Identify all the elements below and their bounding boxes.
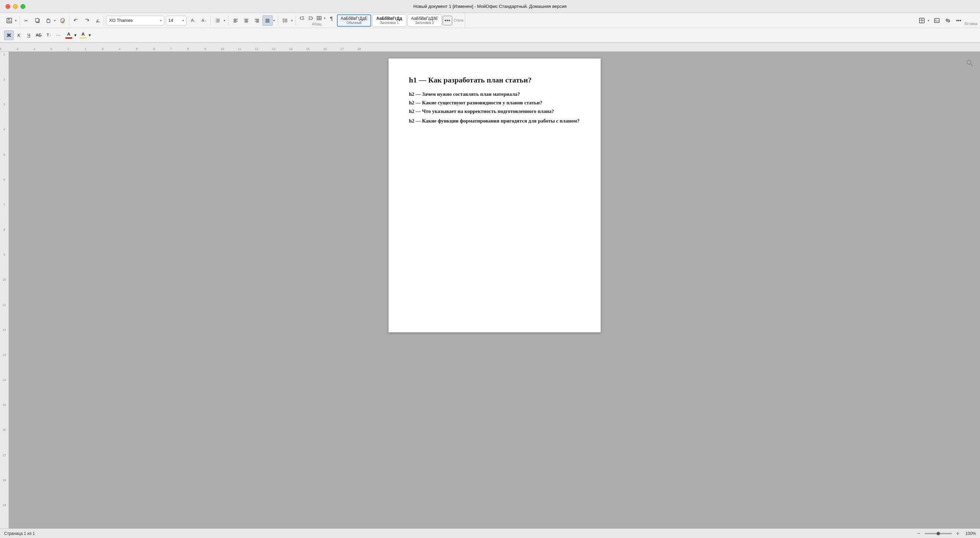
italic-button[interactable]: К bbox=[14, 30, 24, 40]
svg-rect-2 bbox=[8, 21, 11, 22]
align-justify-button[interactable] bbox=[262, 15, 273, 26]
document-heading2-2[interactable]: h2 — Какие существуют разновидности у пл… bbox=[409, 100, 580, 106]
save-caret-button[interactable]: ▾ bbox=[13, 15, 18, 26]
strikethrough-button[interactable]: АБ bbox=[34, 30, 43, 40]
insert-more-button[interactable]: ••• bbox=[954, 15, 964, 26]
zoom-out-button[interactable]: − bbox=[916, 530, 922, 536]
security-button[interactable]: 🔒 bbox=[57, 15, 68, 26]
svg-text:✂: ✂ bbox=[24, 18, 28, 23]
ruler-mark-v: 11 bbox=[2, 303, 6, 329]
style-heading1[interactable]: АаБбВвГгДд Заголовок 1 bbox=[372, 14, 406, 27]
redo-button[interactable] bbox=[82, 15, 92, 26]
ruler-mark-v: 16 bbox=[2, 428, 6, 453]
highlight-color-bar bbox=[80, 37, 86, 39]
ruler-mark-v: 1 bbox=[3, 53, 5, 78]
ruler-mark-v: 17 bbox=[2, 454, 6, 479]
ruler-mark: 14 bbox=[289, 47, 293, 51]
bold-button[interactable]: Ж bbox=[4, 30, 14, 40]
ruler-mark: 8 bbox=[187, 47, 189, 51]
indent-increase-button[interactable] bbox=[307, 15, 315, 22]
font-color-caret[interactable]: ▾ bbox=[73, 30, 78, 40]
zoom-slider[interactable] bbox=[924, 533, 952, 534]
list-button[interactable] bbox=[213, 15, 223, 26]
font-decrease-icon: A↓ bbox=[191, 18, 196, 23]
zoom-thumb[interactable] bbox=[937, 532, 940, 535]
font-selector[interactable]: XO Thames ▾ bbox=[106, 16, 164, 26]
ruler-mark: 16 bbox=[323, 47, 327, 51]
document-heading1[interactable]: h1 — Как разработать план статьи? bbox=[409, 76, 580, 85]
paste-caret-button[interactable]: ▾ bbox=[52, 15, 57, 26]
canvas-area[interactable]: h1 — Как разработать план статьи? h2 — З… bbox=[9, 52, 980, 529]
table-insert-caret[interactable]: ▾ bbox=[926, 15, 931, 26]
close-button[interactable] bbox=[5, 4, 10, 9]
save-group: ▾ bbox=[3, 15, 20, 26]
ruler-mark-v: 14 bbox=[2, 378, 6, 404]
ruler-marks: -3 -2 -1 0 1 2 3 4 5 6 7 8 9 10 11 12 13… bbox=[0, 43, 980, 51]
font-color-bar bbox=[65, 37, 72, 39]
insert-image-button[interactable] bbox=[932, 15, 942, 26]
undo-redo-group bbox=[70, 15, 104, 26]
save-button[interactable] bbox=[4, 15, 14, 26]
minimize-button[interactable] bbox=[13, 4, 18, 9]
highlight-letter: А bbox=[81, 32, 84, 37]
cut-button[interactable]: ✂ bbox=[22, 15, 32, 26]
ruler-mark: 18 bbox=[358, 47, 361, 51]
line-spacing-button[interactable] bbox=[280, 15, 290, 26]
style-h2-text: АаБбВвГгДдЕ bbox=[411, 16, 438, 21]
more-format-button[interactable]: ··· bbox=[54, 30, 63, 40]
align-left-button[interactable] bbox=[231, 15, 241, 26]
font-size-increase-button[interactable]: A↑ bbox=[199, 15, 209, 26]
svg-point-15 bbox=[216, 22, 216, 22]
ruler-mark-v: 2 bbox=[3, 78, 5, 103]
document-page[interactable]: h1 — Как разработать план статьи? h2 — З… bbox=[388, 59, 601, 332]
font-group: XO Thames ▾ 14 ▾ A↓ A↑ bbox=[105, 15, 211, 26]
style-heading2[interactable]: АаБбВвГгДдЕ Заголовок 2 bbox=[407, 14, 442, 27]
document-heading2-3[interactable]: h2 — Что указывает на корректность подго… bbox=[409, 109, 580, 114]
align-right-button[interactable] bbox=[252, 15, 262, 26]
ruler-mark: -3 bbox=[0, 47, 2, 51]
search-button[interactable] bbox=[965, 58, 975, 68]
svg-rect-6 bbox=[47, 19, 50, 22]
style-normal[interactable]: АаБбВвГгДдЕ Обычный bbox=[337, 14, 371, 27]
spacing-caret-button[interactable]: ▾ bbox=[290, 15, 294, 26]
svg-point-13 bbox=[216, 19, 216, 19]
ruler-mark-v: 7 bbox=[3, 203, 5, 228]
list-caret-button[interactable]: ▾ bbox=[222, 15, 227, 26]
maximize-button[interactable] bbox=[21, 4, 25, 9]
highlight-color-button[interactable]: А bbox=[78, 30, 88, 40]
table-caret-button[interactable]: ▾ bbox=[322, 15, 327, 22]
insert-link-button[interactable] bbox=[943, 15, 953, 26]
font-size-selector[interactable]: 14 ▾ bbox=[166, 16, 186, 26]
align-caret-button[interactable]: ▾ bbox=[272, 15, 276, 26]
copy-button[interactable] bbox=[32, 15, 43, 26]
svg-rect-5 bbox=[36, 19, 39, 22]
document-heading2-4[interactable]: h2 — Какие функции форматирования пригод… bbox=[409, 117, 580, 125]
indent-decrease-button[interactable] bbox=[298, 15, 306, 22]
zoom-in-button[interactable]: + bbox=[955, 530, 961, 536]
clear-format-button[interactable] bbox=[93, 15, 103, 26]
ruler-mark-v: 13 bbox=[2, 354, 6, 378]
highlight-caret[interactable]: ▾ bbox=[87, 30, 92, 40]
ruler-mark-v: 18 bbox=[2, 479, 6, 504]
insert-table-button[interactable] bbox=[917, 15, 927, 26]
font-color-letter: А bbox=[67, 32, 70, 37]
ruler-mark: 3 bbox=[102, 47, 103, 51]
document-heading2-1[interactable]: h2 — Зачем нужно составлять план материа… bbox=[409, 91, 580, 97]
subscript-button[interactable]: Т↓ bbox=[44, 30, 53, 40]
paste-button[interactable] bbox=[43, 15, 53, 26]
undo-button[interactable] bbox=[71, 15, 81, 26]
underline-button[interactable]: Ч bbox=[24, 30, 33, 40]
ruler-mark-v: 6 bbox=[3, 178, 5, 203]
font-color-button[interactable]: А bbox=[64, 30, 74, 40]
style-h2-label: Заголовок 2 bbox=[415, 21, 434, 25]
more-styles-button[interactable]: ••• bbox=[442, 16, 452, 26]
align-center-button[interactable] bbox=[241, 15, 251, 26]
ruler-mark-v: 9 bbox=[3, 253, 5, 278]
ruler-mark-v: 5 bbox=[3, 153, 5, 178]
pilcrow-button[interactable]: ¶ bbox=[327, 15, 336, 22]
toolbar-row1: ▾ ✂ ▾ 🔒 bbox=[0, 13, 980, 28]
font-size-decrease-button[interactable]: A↓ bbox=[188, 15, 198, 26]
ruler-mark-v: 19 bbox=[2, 504, 6, 529]
ruler-mark: 4 bbox=[119, 47, 120, 51]
ruler-mark: -1 bbox=[33, 47, 36, 51]
